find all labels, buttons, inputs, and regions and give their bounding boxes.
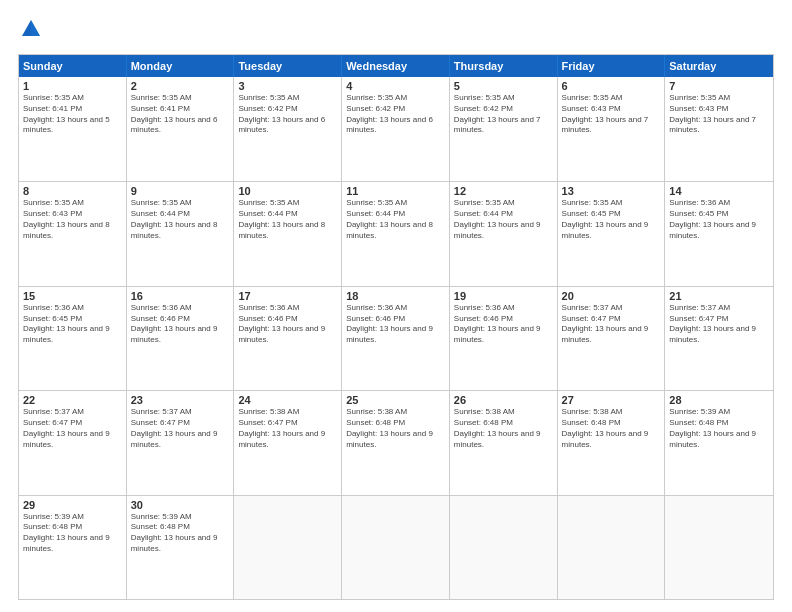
header-thursday: Thursday	[450, 55, 558, 77]
day-cell-17-2-2: 17 Sunrise: 5:36 AM Sunset: 6:46 PM Dayl…	[234, 287, 342, 390]
cell-daylight: Daylight: 13 hours and 9 minutes.	[131, 429, 230, 451]
cell-daylight: Daylight: 13 hours and 9 minutes.	[346, 429, 445, 451]
cell-sunrise: Sunrise: 5:36 AM	[131, 303, 230, 314]
cell-daylight: Daylight: 13 hours and 6 minutes.	[131, 115, 230, 137]
calendar-header: Sunday Monday Tuesday Wednesday Thursday…	[19, 55, 773, 77]
day-cell-4-0-3: 4 Sunrise: 5:35 AM Sunset: 6:42 PM Dayli…	[342, 77, 450, 181]
cell-sunrise: Sunrise: 5:35 AM	[346, 198, 445, 209]
cell-daylight: Daylight: 13 hours and 8 minutes.	[346, 220, 445, 242]
day-number: 4	[346, 80, 445, 92]
day-number: 1	[23, 80, 122, 92]
cell-sunset: Sunset: 6:41 PM	[23, 104, 122, 115]
day-cell-2-0-1: 2 Sunrise: 5:35 AM Sunset: 6:41 PM Dayli…	[127, 77, 235, 181]
svg-marker-1	[31, 20, 40, 36]
cell-sunset: Sunset: 6:42 PM	[346, 104, 445, 115]
cell-sunrise: Sunrise: 5:35 AM	[454, 198, 553, 209]
day-cell-18-2-3: 18 Sunrise: 5:36 AM Sunset: 6:46 PM Dayl…	[342, 287, 450, 390]
cell-sunset: Sunset: 6:46 PM	[346, 314, 445, 325]
cell-daylight: Daylight: 13 hours and 7 minutes.	[669, 115, 769, 137]
cell-daylight: Daylight: 13 hours and 9 minutes.	[23, 533, 122, 555]
day-cell-9-1-1: 9 Sunrise: 5:35 AM Sunset: 6:44 PM Dayli…	[127, 182, 235, 285]
cell-sunset: Sunset: 6:48 PM	[669, 418, 769, 429]
calendar-body: 1 Sunrise: 5:35 AM Sunset: 6:41 PM Dayli…	[19, 77, 773, 599]
header-friday: Friday	[558, 55, 666, 77]
day-cell-26-3-4: 26 Sunrise: 5:38 AM Sunset: 6:48 PM Dayl…	[450, 391, 558, 494]
day-cell-21-2-6: 21 Sunrise: 5:37 AM Sunset: 6:47 PM Dayl…	[665, 287, 773, 390]
cell-daylight: Daylight: 13 hours and 9 minutes.	[562, 429, 661, 451]
cell-sunset: Sunset: 6:45 PM	[669, 209, 769, 220]
day-cell-empty-4-3	[342, 496, 450, 599]
day-cell-empty-4-4	[450, 496, 558, 599]
cell-daylight: Daylight: 13 hours and 9 minutes.	[669, 429, 769, 451]
cell-daylight: Daylight: 13 hours and 8 minutes.	[238, 220, 337, 242]
cell-sunset: Sunset: 6:44 PM	[238, 209, 337, 220]
day-cell-8-1-0: 8 Sunrise: 5:35 AM Sunset: 6:43 PM Dayli…	[19, 182, 127, 285]
day-number: 12	[454, 185, 553, 197]
day-number: 6	[562, 80, 661, 92]
cell-sunset: Sunset: 6:48 PM	[454, 418, 553, 429]
day-number: 22	[23, 394, 122, 406]
cell-sunrise: Sunrise: 5:36 AM	[346, 303, 445, 314]
day-cell-empty-4-2	[234, 496, 342, 599]
day-number: 3	[238, 80, 337, 92]
cell-sunset: Sunset: 6:48 PM	[131, 522, 230, 533]
cell-sunrise: Sunrise: 5:35 AM	[346, 93, 445, 104]
cell-sunrise: Sunrise: 5:37 AM	[131, 407, 230, 418]
day-number: 27	[562, 394, 661, 406]
cell-sunrise: Sunrise: 5:38 AM	[562, 407, 661, 418]
day-number: 10	[238, 185, 337, 197]
cell-sunset: Sunset: 6:42 PM	[238, 104, 337, 115]
cell-sunrise: Sunrise: 5:35 AM	[131, 198, 230, 209]
day-number: 19	[454, 290, 553, 302]
header-monday: Monday	[127, 55, 235, 77]
day-cell-6-0-5: 6 Sunrise: 5:35 AM Sunset: 6:43 PM Dayli…	[558, 77, 666, 181]
cell-daylight: Daylight: 13 hours and 9 minutes.	[238, 324, 337, 346]
calendar: Sunday Monday Tuesday Wednesday Thursday…	[18, 54, 774, 600]
cell-daylight: Daylight: 13 hours and 7 minutes.	[454, 115, 553, 137]
cell-daylight: Daylight: 13 hours and 9 minutes.	[562, 220, 661, 242]
day-number: 25	[346, 394, 445, 406]
day-number: 23	[131, 394, 230, 406]
cell-sunrise: Sunrise: 5:36 AM	[238, 303, 337, 314]
cell-daylight: Daylight: 13 hours and 9 minutes.	[131, 324, 230, 346]
day-cell-13-1-5: 13 Sunrise: 5:35 AM Sunset: 6:45 PM Dayl…	[558, 182, 666, 285]
day-number: 30	[131, 499, 230, 511]
cell-sunrise: Sunrise: 5:36 AM	[454, 303, 553, 314]
week-row-4: 22 Sunrise: 5:37 AM Sunset: 6:47 PM Dayl…	[19, 390, 773, 494]
cell-sunset: Sunset: 6:44 PM	[131, 209, 230, 220]
day-number: 13	[562, 185, 661, 197]
cell-daylight: Daylight: 13 hours and 7 minutes.	[562, 115, 661, 137]
day-number: 14	[669, 185, 769, 197]
day-number: 11	[346, 185, 445, 197]
day-cell-15-2-0: 15 Sunrise: 5:36 AM Sunset: 6:45 PM Dayl…	[19, 287, 127, 390]
cell-sunrise: Sunrise: 5:37 AM	[23, 407, 122, 418]
cell-sunrise: Sunrise: 5:36 AM	[669, 198, 769, 209]
cell-sunset: Sunset: 6:46 PM	[454, 314, 553, 325]
cell-daylight: Daylight: 13 hours and 9 minutes.	[562, 324, 661, 346]
cell-daylight: Daylight: 13 hours and 9 minutes.	[454, 429, 553, 451]
day-number: 2	[131, 80, 230, 92]
cell-sunset: Sunset: 6:47 PM	[669, 314, 769, 325]
cell-daylight: Daylight: 13 hours and 9 minutes.	[669, 220, 769, 242]
day-number: 8	[23, 185, 122, 197]
cell-sunrise: Sunrise: 5:36 AM	[23, 303, 122, 314]
week-row-5: 29 Sunrise: 5:39 AM Sunset: 6:48 PM Dayl…	[19, 495, 773, 599]
cell-daylight: Daylight: 13 hours and 5 minutes.	[23, 115, 122, 137]
day-cell-empty-4-5	[558, 496, 666, 599]
week-row-1: 1 Sunrise: 5:35 AM Sunset: 6:41 PM Dayli…	[19, 77, 773, 181]
day-cell-12-1-4: 12 Sunrise: 5:35 AM Sunset: 6:44 PM Dayl…	[450, 182, 558, 285]
day-cell-3-0-2: 3 Sunrise: 5:35 AM Sunset: 6:42 PM Dayli…	[234, 77, 342, 181]
cell-sunset: Sunset: 6:43 PM	[23, 209, 122, 220]
day-cell-5-0-4: 5 Sunrise: 5:35 AM Sunset: 6:42 PM Dayli…	[450, 77, 558, 181]
day-cell-1-0-0: 1 Sunrise: 5:35 AM Sunset: 6:41 PM Dayli…	[19, 77, 127, 181]
cell-sunrise: Sunrise: 5:38 AM	[346, 407, 445, 418]
day-number: 17	[238, 290, 337, 302]
day-cell-28-3-6: 28 Sunrise: 5:39 AM Sunset: 6:48 PM Dayl…	[665, 391, 773, 494]
day-number: 29	[23, 499, 122, 511]
cell-sunrise: Sunrise: 5:35 AM	[669, 93, 769, 104]
cell-sunset: Sunset: 6:47 PM	[23, 418, 122, 429]
cell-daylight: Daylight: 13 hours and 9 minutes.	[23, 324, 122, 346]
day-number: 28	[669, 394, 769, 406]
cell-daylight: Daylight: 13 hours and 9 minutes.	[454, 324, 553, 346]
cell-daylight: Daylight: 13 hours and 8 minutes.	[23, 220, 122, 242]
